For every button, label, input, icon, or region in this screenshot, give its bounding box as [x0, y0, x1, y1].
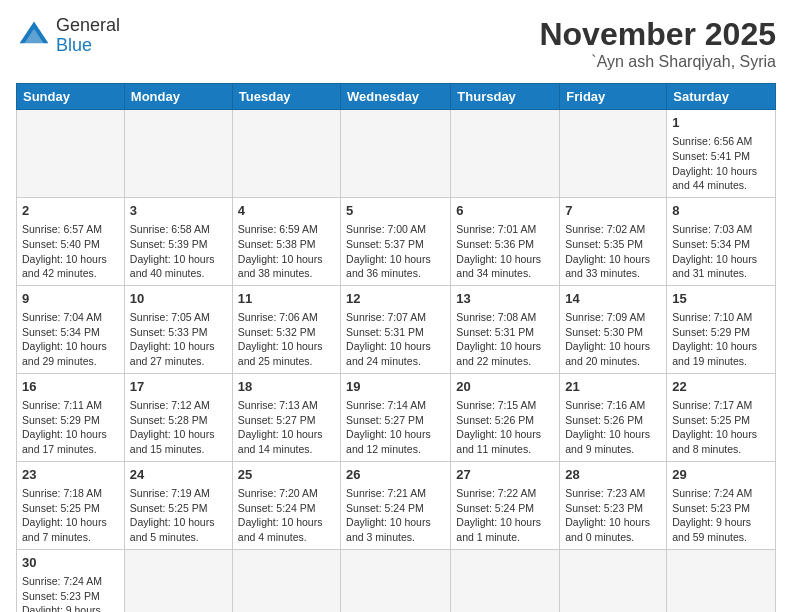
calendar-cell — [560, 110, 667, 198]
calendar-cell: 12Sunrise: 7:07 AM Sunset: 5:31 PM Dayli… — [341, 285, 451, 373]
weekday-row: SundayMondayTuesdayWednesdayThursdayFrid… — [17, 84, 776, 110]
day-info: Sunrise: 7:19 AM Sunset: 5:25 PM Dayligh… — [130, 486, 227, 545]
day-info: Sunrise: 7:03 AM Sunset: 5:34 PM Dayligh… — [672, 222, 770, 281]
day-number: 3 — [130, 202, 227, 220]
day-number: 9 — [22, 290, 119, 308]
day-info: Sunrise: 7:04 AM Sunset: 5:34 PM Dayligh… — [22, 310, 119, 369]
day-info: Sunrise: 7:00 AM Sunset: 5:37 PM Dayligh… — [346, 222, 445, 281]
calendar-cell — [232, 549, 340, 612]
day-number: 18 — [238, 378, 335, 396]
calendar-cell — [232, 110, 340, 198]
logo-text: GeneralBlue — [56, 16, 120, 56]
day-number: 17 — [130, 378, 227, 396]
location-title: `Ayn ash Sharqiyah, Syria — [539, 53, 776, 71]
day-number: 6 — [456, 202, 554, 220]
calendar-cell: 7Sunrise: 7:02 AM Sunset: 5:35 PM Daylig… — [560, 197, 667, 285]
calendar-week-3: 9Sunrise: 7:04 AM Sunset: 5:34 PM Daylig… — [17, 285, 776, 373]
day-info: Sunrise: 7:24 AM Sunset: 5:23 PM Dayligh… — [22, 574, 119, 612]
day-info: Sunrise: 7:02 AM Sunset: 5:35 PM Dayligh… — [565, 222, 661, 281]
calendar-header: SundayMondayTuesdayWednesdayThursdayFrid… — [17, 84, 776, 110]
day-number: 7 — [565, 202, 661, 220]
calendar-cell — [124, 549, 232, 612]
day-number: 15 — [672, 290, 770, 308]
calendar-cell: 4Sunrise: 6:59 AM Sunset: 5:38 PM Daylig… — [232, 197, 340, 285]
calendar-cell: 22Sunrise: 7:17 AM Sunset: 5:25 PM Dayli… — [667, 373, 776, 461]
day-info: Sunrise: 7:18 AM Sunset: 5:25 PM Dayligh… — [22, 486, 119, 545]
calendar-cell: 23Sunrise: 7:18 AM Sunset: 5:25 PM Dayli… — [17, 461, 125, 549]
logo-icon — [16, 18, 52, 54]
day-number: 4 — [238, 202, 335, 220]
calendar-cell — [667, 549, 776, 612]
day-info: Sunrise: 7:16 AM Sunset: 5:26 PM Dayligh… — [565, 398, 661, 457]
day-info: Sunrise: 6:59 AM Sunset: 5:38 PM Dayligh… — [238, 222, 335, 281]
day-info: Sunrise: 7:07 AM Sunset: 5:31 PM Dayligh… — [346, 310, 445, 369]
day-number: 19 — [346, 378, 445, 396]
calendar-cell: 15Sunrise: 7:10 AM Sunset: 5:29 PM Dayli… — [667, 285, 776, 373]
day-info: Sunrise: 7:12 AM Sunset: 5:28 PM Dayligh… — [130, 398, 227, 457]
day-info: Sunrise: 7:05 AM Sunset: 5:33 PM Dayligh… — [130, 310, 227, 369]
calendar-cell: 28Sunrise: 7:23 AM Sunset: 5:23 PM Dayli… — [560, 461, 667, 549]
day-number: 24 — [130, 466, 227, 484]
weekday-header-sunday: Sunday — [17, 84, 125, 110]
calendar-cell: 11Sunrise: 7:06 AM Sunset: 5:32 PM Dayli… — [232, 285, 340, 373]
day-number: 20 — [456, 378, 554, 396]
calendar-cell: 24Sunrise: 7:19 AM Sunset: 5:25 PM Dayli… — [124, 461, 232, 549]
day-number: 25 — [238, 466, 335, 484]
day-info: Sunrise: 7:13 AM Sunset: 5:27 PM Dayligh… — [238, 398, 335, 457]
calendar-cell: 25Sunrise: 7:20 AM Sunset: 5:24 PM Dayli… — [232, 461, 340, 549]
calendar-cell: 9Sunrise: 7:04 AM Sunset: 5:34 PM Daylig… — [17, 285, 125, 373]
day-number: 13 — [456, 290, 554, 308]
day-info: Sunrise: 6:56 AM Sunset: 5:41 PM Dayligh… — [672, 134, 770, 193]
calendar-cell: 10Sunrise: 7:05 AM Sunset: 5:33 PM Dayli… — [124, 285, 232, 373]
weekday-header-tuesday: Tuesday — [232, 84, 340, 110]
day-info: Sunrise: 7:06 AM Sunset: 5:32 PM Dayligh… — [238, 310, 335, 369]
day-info: Sunrise: 7:08 AM Sunset: 5:31 PM Dayligh… — [456, 310, 554, 369]
day-info: Sunrise: 7:20 AM Sunset: 5:24 PM Dayligh… — [238, 486, 335, 545]
day-number: 11 — [238, 290, 335, 308]
day-info: Sunrise: 7:14 AM Sunset: 5:27 PM Dayligh… — [346, 398, 445, 457]
weekday-header-thursday: Thursday — [451, 84, 560, 110]
calendar-cell: 20Sunrise: 7:15 AM Sunset: 5:26 PM Dayli… — [451, 373, 560, 461]
calendar-week-1: 1Sunrise: 6:56 AM Sunset: 5:41 PM Daylig… — [17, 110, 776, 198]
day-info: Sunrise: 7:15 AM Sunset: 5:26 PM Dayligh… — [456, 398, 554, 457]
day-info: Sunrise: 6:58 AM Sunset: 5:39 PM Dayligh… — [130, 222, 227, 281]
day-info: Sunrise: 7:24 AM Sunset: 5:23 PM Dayligh… — [672, 486, 770, 545]
day-number: 1 — [672, 114, 770, 132]
day-info: Sunrise: 7:17 AM Sunset: 5:25 PM Dayligh… — [672, 398, 770, 457]
day-number: 30 — [22, 554, 119, 572]
calendar-cell — [451, 549, 560, 612]
day-number: 22 — [672, 378, 770, 396]
day-number: 14 — [565, 290, 661, 308]
calendar-week-5: 23Sunrise: 7:18 AM Sunset: 5:25 PM Dayli… — [17, 461, 776, 549]
month-title: November 2025 — [539, 16, 776, 53]
page-header: GeneralBlue November 2025 `Ayn ash Sharq… — [16, 16, 776, 71]
calendar-cell — [17, 110, 125, 198]
day-number: 23 — [22, 466, 119, 484]
day-info: Sunrise: 6:57 AM Sunset: 5:40 PM Dayligh… — [22, 222, 119, 281]
calendar-cell: 1Sunrise: 6:56 AM Sunset: 5:41 PM Daylig… — [667, 110, 776, 198]
calendar-week-6: 30Sunrise: 7:24 AM Sunset: 5:23 PM Dayli… — [17, 549, 776, 612]
logo: GeneralBlue — [16, 16, 120, 56]
day-number: 27 — [456, 466, 554, 484]
calendar-cell: 6Sunrise: 7:01 AM Sunset: 5:36 PM Daylig… — [451, 197, 560, 285]
weekday-header-wednesday: Wednesday — [341, 84, 451, 110]
day-number: 12 — [346, 290, 445, 308]
day-info: Sunrise: 7:09 AM Sunset: 5:30 PM Dayligh… — [565, 310, 661, 369]
day-number: 26 — [346, 466, 445, 484]
calendar-body: 1Sunrise: 6:56 AM Sunset: 5:41 PM Daylig… — [17, 110, 776, 613]
day-info: Sunrise: 7:10 AM Sunset: 5:29 PM Dayligh… — [672, 310, 770, 369]
day-number: 8 — [672, 202, 770, 220]
calendar-cell: 30Sunrise: 7:24 AM Sunset: 5:23 PM Dayli… — [17, 549, 125, 612]
calendar-cell: 27Sunrise: 7:22 AM Sunset: 5:24 PM Dayli… — [451, 461, 560, 549]
calendar-cell — [341, 110, 451, 198]
calendar-cell: 14Sunrise: 7:09 AM Sunset: 5:30 PM Dayli… — [560, 285, 667, 373]
weekday-header-friday: Friday — [560, 84, 667, 110]
weekday-header-monday: Monday — [124, 84, 232, 110]
weekday-header-saturday: Saturday — [667, 84, 776, 110]
calendar-cell: 17Sunrise: 7:12 AM Sunset: 5:28 PM Dayli… — [124, 373, 232, 461]
day-number: 2 — [22, 202, 119, 220]
calendar-cell — [560, 549, 667, 612]
title-block: November 2025 `Ayn ash Sharqiyah, Syria — [539, 16, 776, 71]
calendar-cell: 8Sunrise: 7:03 AM Sunset: 5:34 PM Daylig… — [667, 197, 776, 285]
calendar-table: SundayMondayTuesdayWednesdayThursdayFrid… — [16, 83, 776, 612]
